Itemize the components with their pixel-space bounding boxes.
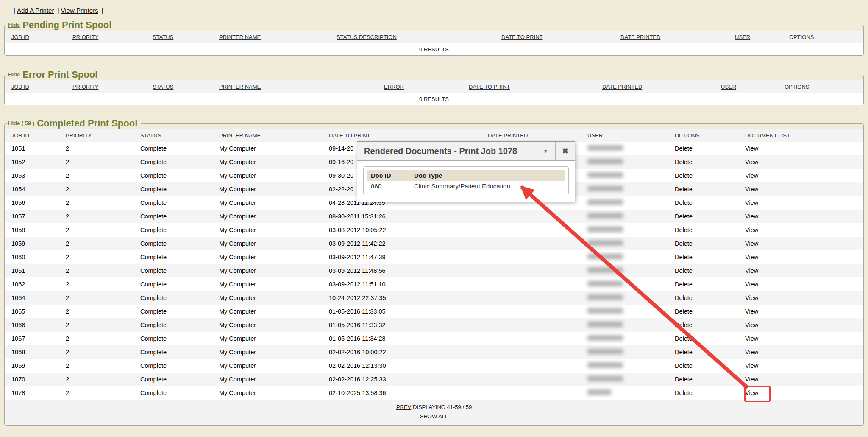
view-link[interactable]: View — [745, 199, 758, 206]
view-link[interactable]: View — [745, 227, 758, 233]
view-link[interactable]: View — [745, 322, 758, 328]
delete-link[interactable]: Delete — [675, 349, 693, 356]
table-row: 1069 2 Complete My Computer 02-02-2016 1… — [5, 359, 863, 373]
cell-date-to-print: 03-09-2012 11:48:56 — [322, 264, 481, 277]
cell-job-id: 1056 — [5, 196, 59, 210]
cell-date-printed — [481, 291, 581, 305]
completed-hide-link[interactable]: Hide ( 59 ) — [8, 120, 34, 126]
pending-hide-link[interactable]: Hide — [8, 22, 20, 28]
completed-col-user[interactable]: USER — [581, 129, 668, 142]
pending-col-date-printed[interactable]: DATE PRINTED — [614, 31, 728, 43]
cell-date-printed — [481, 373, 581, 386]
completed-col-date-printed[interactable]: DATE PRINTED — [481, 129, 581, 142]
view-link[interactable]: View — [745, 254, 758, 261]
delete-link[interactable]: Delete — [675, 254, 693, 261]
view-link[interactable]: View — [745, 281, 758, 288]
redacted-user-blur — [587, 172, 623, 178]
error-spool-table: JOB ID PRIORITY STATUS PRINTER NAME ERRO… — [5, 80, 863, 105]
view-link[interactable]: View — [745, 362, 758, 369]
doc-col-type: Doc Type — [411, 170, 565, 181]
delete-link[interactable]: Delete — [675, 335, 693, 342]
cell-date-printed — [481, 345, 581, 359]
view-link[interactable]: View — [745, 172, 758, 179]
close-icon[interactable]: ✖ — [555, 142, 575, 160]
cell-user — [581, 332, 668, 345]
error-col-user[interactable]: USER — [714, 80, 778, 93]
view-link[interactable]: View — [745, 376, 758, 383]
cell-user — [581, 305, 668, 318]
cell-priority: 2 — [59, 332, 134, 345]
delete-link[interactable]: Delete — [675, 159, 693, 165]
cell-job-id: 1058 — [5, 223, 59, 237]
dialog-titlebar: Rendered Documents - Print Job 1078 ▼ ✖ — [357, 142, 575, 161]
delete-link[interactable]: Delete — [675, 213, 693, 220]
view-link[interactable]: View — [745, 389, 758, 396]
completed-col-job-id[interactable]: JOB ID — [5, 129, 59, 142]
view-link[interactable]: View — [745, 145, 758, 152]
delete-link[interactable]: Delete — [675, 227, 693, 233]
error-hide-link[interactable]: Hide — [8, 71, 20, 78]
pending-col-printer-name[interactable]: PRINTER NAME — [212, 31, 330, 43]
completed-col-status[interactable]: STATUS — [134, 129, 212, 142]
completed-col-priority[interactable]: PRIORITY — [59, 129, 134, 142]
error-col-status[interactable]: STATUS — [146, 80, 212, 93]
nav-separator: | — [12, 7, 17, 14]
view-link[interactable]: View — [745, 159, 758, 165]
doc-id-link[interactable]: 860 — [371, 182, 381, 190]
delete-link[interactable]: Delete — [675, 376, 693, 383]
view-link[interactable]: View — [745, 267, 758, 274]
pending-col-user[interactable]: USER — [728, 31, 782, 43]
delete-link[interactable]: Delete — [675, 389, 693, 396]
view-link[interactable]: View — [745, 349, 758, 356]
delete-link[interactable]: Delete — [675, 281, 693, 288]
cell-date-to-print: 02-02-2016 12:25:33 — [322, 373, 481, 386]
error-col-date-to-print[interactable]: DATE TO PRINT — [462, 80, 595, 93]
pending-col-status-description[interactable]: STATUS DESCRIPTION — [330, 31, 495, 43]
prev-link[interactable]: PREV — [396, 404, 411, 410]
cell-priority: 2 — [59, 196, 134, 210]
delete-link[interactable]: Delete — [675, 172, 693, 179]
delete-link[interactable]: Delete — [675, 199, 693, 206]
cell-priority: 2 — [59, 182, 134, 196]
delete-link[interactable]: Delete — [675, 267, 693, 274]
view-link[interactable]: View — [745, 240, 758, 247]
table-row: 1061 2 Complete My Computer 03-09-2012 1… — [5, 264, 863, 277]
cell-priority: 2 — [59, 142, 134, 155]
pending-col-date-to-print[interactable]: DATE TO PRINT — [495, 31, 614, 43]
cell-printer-name: My Computer — [212, 386, 322, 400]
error-col-date-printed[interactable]: DATE PRINTED — [595, 80, 714, 93]
error-col-job-id[interactable]: JOB ID — [5, 80, 66, 93]
doc-type-link[interactable]: Clinic Summary/Patient Education — [414, 182, 510, 190]
view-printers-link[interactable]: View Printers — [61, 7, 98, 14]
error-col-priority[interactable]: PRIORITY — [66, 80, 146, 93]
completed-col-date-to-print[interactable]: DATE TO PRINT — [322, 129, 481, 142]
view-link[interactable]: View — [745, 186, 758, 193]
delete-link[interactable]: Delete — [675, 308, 693, 315]
redacted-user-blur — [587, 335, 623, 341]
add-a-printer-link[interactable]: Add A Printer — [17, 7, 54, 14]
show-all-link[interactable]: SHOW ALL — [420, 413, 448, 420]
delete-link[interactable]: Delete — [675, 145, 693, 152]
delete-link[interactable]: Delete — [675, 294, 693, 301]
delete-link[interactable]: Delete — [675, 322, 693, 328]
delete-link[interactable]: Delete — [675, 362, 693, 369]
cell-date-printed — [481, 250, 581, 264]
completed-col-document-list[interactable]: DOCUMENT LIST — [738, 129, 863, 142]
cell-date-printed — [481, 264, 581, 277]
view-link[interactable]: View — [745, 335, 758, 342]
cell-printer-name: My Computer — [212, 277, 322, 291]
caret-down-icon[interactable]: ▼ — [536, 142, 555, 160]
completed-col-printer-name[interactable]: PRINTER NAME — [212, 129, 322, 142]
view-link[interactable]: View — [745, 294, 758, 301]
view-link[interactable]: View — [745, 308, 758, 315]
pending-col-priority[interactable]: PRIORITY — [66, 31, 146, 43]
delete-link[interactable]: Delete — [675, 240, 693, 247]
pending-col-job-id[interactable]: JOB ID — [5, 31, 66, 43]
delete-link[interactable]: Delete — [675, 186, 693, 193]
error-col-printer-name[interactable]: PRINTER NAME — [212, 80, 377, 93]
error-col-error[interactable]: ERROR — [377, 80, 462, 93]
view-link[interactable]: View — [745, 213, 758, 220]
cell-status: Complete — [134, 277, 212, 291]
pending-col-status[interactable]: STATUS — [146, 31, 212, 43]
cell-user — [581, 182, 668, 196]
